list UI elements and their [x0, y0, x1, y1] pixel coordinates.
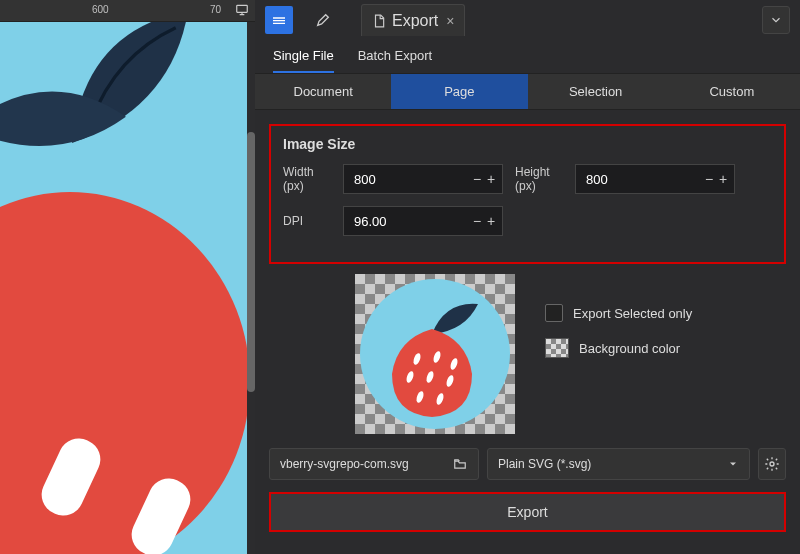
filename-value: vberry-svgrepo-com.svg	[280, 457, 409, 471]
ruler-tick: 70	[210, 4, 221, 15]
export-panel: Export × Single File Batch Export Docume…	[255, 0, 800, 554]
tab-export[interactable]: Export ×	[361, 4, 465, 36]
svg-rect-0	[237, 5, 248, 12]
tab-custom[interactable]: Custom	[664, 74, 800, 109]
ruler-tick: 600	[92, 4, 109, 15]
plus-icon[interactable]: +	[484, 171, 498, 187]
plus-icon[interactable]: +	[716, 171, 730, 187]
width-value: 800	[354, 172, 470, 187]
checkbox-export-selected[interactable]	[545, 304, 563, 322]
tab-export-label: Export	[392, 12, 438, 30]
format-dropdown[interactable]: Plain SVG (*.svg)	[487, 448, 750, 480]
export-selected-option[interactable]: Export Selected only	[545, 304, 692, 322]
tab-document[interactable]: Document	[255, 74, 391, 109]
height-value: 800	[586, 172, 702, 187]
canvas-content	[0, 22, 255, 554]
background-color-option[interactable]: Background color	[545, 338, 692, 358]
svg-point-9	[770, 462, 774, 466]
tab-single-file[interactable]: Single File	[273, 48, 334, 73]
height-label: Height (px)	[515, 165, 563, 194]
format-value: Plain SVG (*.svg)	[498, 457, 591, 471]
export-button[interactable]: Export	[271, 494, 784, 530]
panel-menu-dropdown[interactable]	[762, 6, 790, 34]
canvas-area[interactable]: 600 70	[0, 0, 255, 554]
display-icon[interactable]	[235, 3, 249, 17]
scrollbar-thumb[interactable]	[247, 132, 255, 392]
export-options: Export Selected only Background color	[545, 304, 692, 358]
document-icon	[372, 14, 386, 28]
chevron-down-icon	[727, 458, 739, 470]
height-input[interactable]: 800 −+	[575, 164, 735, 194]
image-size-title: Image Size	[283, 136, 772, 152]
filename-field[interactable]: vberry-svgrepo-com.svg	[269, 448, 479, 480]
edit-icon[interactable]	[309, 6, 337, 34]
export-button-highlight: Export	[269, 492, 786, 532]
width-input[interactable]: 800 −+	[343, 164, 503, 194]
export-mode-tabs: Single File Batch Export	[255, 40, 800, 73]
background-color-swatch[interactable]	[545, 338, 569, 358]
layers-icon[interactable]	[265, 6, 293, 34]
file-output-row: vberry-svgrepo-com.svg Plain SVG (*.svg)	[255, 448, 800, 480]
image-size-section: Image Size Width (px) 800 −+ Height (px)…	[269, 124, 786, 264]
width-label: Width (px)	[283, 165, 331, 194]
tab-batch-export[interactable]: Batch Export	[358, 48, 432, 73]
minus-icon[interactable]: −	[470, 171, 484, 187]
export-source-tabs: Document Page Selection Custom	[255, 73, 800, 110]
dpi-value: 96.00	[354, 214, 470, 229]
close-icon[interactable]: ×	[446, 13, 454, 29]
export-selected-label: Export Selected only	[573, 306, 692, 321]
tab-page[interactable]: Page	[391, 74, 527, 109]
preview-row: Export Selected only Background color	[255, 274, 800, 434]
background-color-label: Background color	[579, 341, 680, 356]
format-settings-button[interactable]	[758, 448, 786, 480]
minus-icon[interactable]: −	[470, 213, 484, 229]
tab-selection[interactable]: Selection	[528, 74, 664, 109]
artwork-berry	[0, 192, 250, 554]
export-preview	[355, 274, 515, 434]
ruler-horizontal: 600 70	[0, 0, 255, 22]
vertical-scrollbar[interactable]	[247, 22, 255, 554]
minus-icon[interactable]: −	[702, 171, 716, 187]
folder-open-icon[interactable]	[452, 457, 468, 471]
dpi-label: DPI	[283, 214, 331, 228]
panel-tab-bar: Export ×	[255, 0, 800, 40]
plus-icon[interactable]: +	[484, 213, 498, 229]
dpi-input[interactable]: 96.00 −+	[343, 206, 503, 236]
